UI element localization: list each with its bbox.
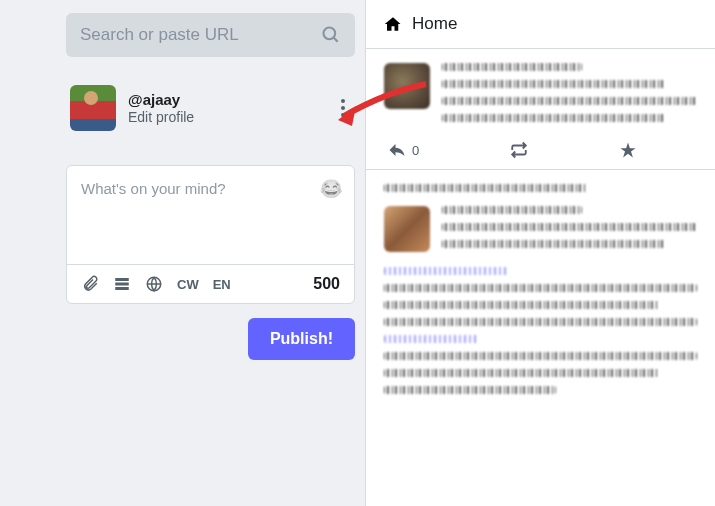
timeline-header: Home — [366, 0, 715, 49]
reply-count: 0 — [412, 143, 419, 158]
profile-row: @ajaay Edit profile — [66, 85, 355, 131]
avatar[interactable] — [70, 85, 116, 131]
post-content — [442, 63, 697, 131]
svg-rect-3 — [115, 283, 129, 286]
boost-button[interactable] — [509, 141, 529, 159]
timeline-column: Home 0 — [365, 0, 715, 506]
post-avatar[interactable] — [384, 206, 430, 252]
search-input[interactable] — [80, 25, 321, 45]
language-button[interactable]: EN — [213, 277, 231, 292]
kebab-menu-icon[interactable] — [335, 93, 351, 123]
compose-box: What's on your mind? 😂 CW EN 500 — [66, 165, 355, 304]
visibility-icon[interactable] — [145, 275, 163, 293]
svg-rect-4 — [115, 287, 129, 290]
home-icon — [384, 15, 402, 33]
profile-info: @ajaay Edit profile — [128, 91, 335, 125]
attachment-icon[interactable] — [81, 275, 99, 293]
content-warning-button[interactable]: CW — [177, 277, 199, 292]
compose-textarea[interactable]: What's on your mind? 😂 — [67, 166, 354, 264]
character-counter: 500 — [313, 275, 340, 293]
publish-row: Publish! — [66, 318, 355, 360]
svg-point-0 — [324, 28, 336, 40]
favorite-button[interactable] — [619, 141, 637, 159]
emoji-picker-icon[interactable]: 😂 — [320, 178, 342, 200]
svg-rect-2 — [115, 278, 129, 281]
compose-toolbar: CW EN 500 — [67, 264, 354, 303]
svg-line-1 — [334, 38, 338, 42]
poll-icon[interactable] — [113, 275, 131, 293]
timeline-title: Home — [412, 14, 457, 34]
timeline-post[interactable] — [366, 170, 715, 413]
publish-button[interactable]: Publish! — [248, 318, 355, 360]
timeline-post[interactable]: 0 — [366, 49, 715, 170]
post-avatar[interactable] — [384, 63, 430, 109]
profile-handle[interactable]: @ajaay — [128, 91, 335, 108]
compose-placeholder: What's on your mind? — [81, 180, 226, 197]
edit-profile-link[interactable]: Edit profile — [128, 109, 335, 125]
search-icon[interactable] — [321, 25, 341, 45]
post-actions: 0 — [384, 131, 697, 159]
reply-button[interactable]: 0 — [388, 141, 419, 159]
search-box[interactable] — [66, 13, 355, 57]
post-content — [442, 206, 697, 257]
